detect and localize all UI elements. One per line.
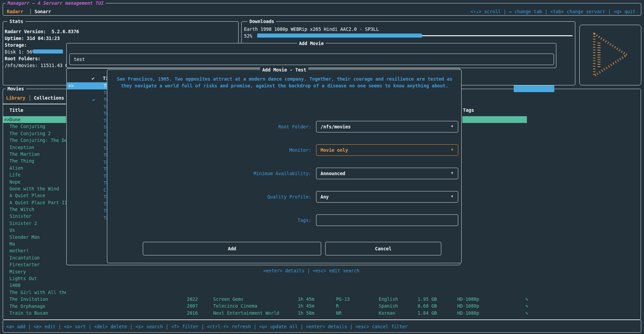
library-row[interactable]: Alien <box>3 165 66 171</box>
library-row[interactable]: A Quiet Place Part II <box>3 199 66 206</box>
cell-studio: Telecinco Cinema <box>213 302 257 309</box>
library-row[interactable]: Sinister <box>3 213 66 220</box>
library-row[interactable]: Firestarter <box>3 261 66 268</box>
library-row[interactable]: Sinister 2 <box>3 220 66 227</box>
dropdown-quality-profile[interactable]: Any▼ <box>316 191 458 203</box>
stats-panel-title: Stats <box>7 18 25 25</box>
cell-quality: HD-1080p <box>457 310 479 316</box>
cell-runtime: 1h 58m <box>298 310 314 316</box>
movie-overview: San Francisco, 1985. Two opposites attra… <box>112 76 457 89</box>
chevron-down-icon: ▼ <box>451 124 453 128</box>
selected-row-prefix: => <box>68 82 74 89</box>
results-check-header: ✔ <box>92 75 94 82</box>
dropdown-minimum-availability[interactable]: Announced▼ <box>316 168 458 179</box>
input-tags[interactable] <box>316 214 458 226</box>
library-row[interactable]: Nope <box>3 179 66 185</box>
app-title: Managarr – A Servarr management TUI <box>5 0 106 6</box>
library-row[interactable]: The Thing <box>3 158 66 164</box>
monitored-check-icon: ✔ <box>92 96 95 103</box>
dropdown-monitor[interactable]: Movie only▼ <box>316 144 458 156</box>
movie-details-popup: Add Movie - Test San Francisco, 1985. Tw… <box>107 69 462 263</box>
movie-title: The Conjuring <box>9 123 45 130</box>
movie-title: Alien <box>9 165 23 171</box>
dropdown-root-folder[interactable]: /nfs/movies▼ <box>316 121 458 132</box>
disk-usage-gauge <box>33 49 63 54</box>
selected-row-prefix: => <box>4 116 9 123</box>
library-row[interactable]: Us <box>3 227 66 233</box>
library-row[interactable]: The Witch <box>3 206 66 213</box>
cell-language: English <box>379 296 398 302</box>
tab-sonarr[interactable]: Sonarr <box>35 8 51 15</box>
movie-title: Slender Man <box>9 234 40 241</box>
tab-library[interactable]: Library <box>6 95 25 101</box>
movie-title: The Witch <box>9 206 34 213</box>
library-rows: =>DuneThe ConjuringThe Conjuring 2The Co… <box>3 116 66 319</box>
library-row[interactable]: The Girl with All the <box>3 289 66 296</box>
tab-collections[interactable]: Collections <box>34 95 64 101</box>
library-row[interactable]: Incantation <box>3 254 66 261</box>
movies-panel-title: Movies <box>5 85 26 92</box>
movie-title: Us <box>9 227 15 233</box>
cell-year: 2016 <box>187 310 198 316</box>
movie-title: Life <box>9 171 21 178</box>
cell-size: 0.68 GB <box>418 302 437 309</box>
movie-search-value: test <box>74 56 85 63</box>
library-row[interactable]: Life <box>3 171 66 178</box>
tag-icon: ✎ <box>526 302 528 309</box>
library-row[interactable]: mother! <box>3 247 66 254</box>
field-label-tags: Tags: <box>203 217 311 224</box>
library-row[interactable]: Misery <box>3 268 66 275</box>
cancel-button[interactable]: Cancel <box>325 242 441 255</box>
tab-separator: │ <box>29 8 32 15</box>
results-keybind-hints: <enter> details | <esc> edit search <box>66 267 556 274</box>
cell-studio: Screen Gems <box>213 296 243 302</box>
cell-year: 2022 <box>187 296 198 302</box>
library-row[interactable]: Inception <box>3 144 66 151</box>
stats-disk-usage: Disk 1: 56% <box>5 48 35 55</box>
field-label-monitor: Monitor: <box>203 147 311 153</box>
movie-title: Gone with the Wind <box>9 185 59 192</box>
add-button[interactable]: Add <box>143 242 321 255</box>
movie-title: The Conjuring: The De <box>9 137 66 144</box>
cell-size: 1.95 GB <box>418 296 437 302</box>
library-row[interactable]: =>Dune <box>3 116 66 123</box>
field-value: Announced <box>320 170 345 177</box>
library-row[interactable]: A Quiet Place <box>3 192 66 199</box>
library-row[interactable]: Slender Man <box>3 234 66 241</box>
movies-table-row[interactable]: 2016Next Entertainment World1h 58mNRKore… <box>0 310 644 316</box>
tab-radarr[interactable]: Radarr <box>7 8 23 15</box>
field-value: /nfs/movies <box>320 123 351 130</box>
cell-runtime: 1h 45m <box>298 296 314 302</box>
movie-title: Sinister <box>9 213 31 220</box>
library-row[interactable]: The Conjuring: The De <box>3 137 66 144</box>
field-label-quality-profile: Quality Profile: <box>203 193 311 200</box>
movies-tab-divider <box>3 104 66 104</box>
movie-title: Inception <box>9 144 34 151</box>
library-row[interactable]: Ma <box>3 241 66 247</box>
cell-language: Spanish <box>379 302 398 309</box>
column-header-tags: Tags <box>463 107 474 113</box>
movie-title: Lights Out <box>9 275 37 282</box>
library-row[interactable]: The Conjuring 2 <box>3 130 66 137</box>
movies-table-row[interactable]: 2007Telecinco Cinema1h 45mRSpanish0.68 G… <box>0 302 644 309</box>
cell-size: 1.84 GB <box>418 310 437 316</box>
overview-line-2: they navigate a world full of risks and … <box>112 82 457 89</box>
cell-rating: PG-13 <box>336 296 350 302</box>
movie-details-popup-title: Add Movie - Test <box>260 66 308 73</box>
library-row[interactable]: The Martian <box>3 151 66 158</box>
field-label-minimum-availability: Minimum Availability: <box>203 170 311 177</box>
cancel-button-label: Cancel <box>375 246 392 251</box>
field-value: Any <box>320 193 329 200</box>
library-row[interactable]: Lights Out <box>3 275 66 282</box>
cell-year: 2007 <box>187 302 198 309</box>
movie-title: The Martian <box>9 151 40 158</box>
library-row[interactable]: The Conjuring <box>3 123 66 130</box>
movie-title: Firestarter <box>9 261 40 268</box>
library-row[interactable]: 1408 <box>3 282 66 289</box>
movie-search-input[interactable]: test <box>69 54 554 65</box>
library-row[interactable]: Gone with the Wind <box>3 185 66 192</box>
add-movie-popup-title: Add Movie <box>297 40 326 47</box>
movies-table-row[interactable]: 2022Screen Gems1h 45mPG-13English1.95 GB… <box>0 296 644 302</box>
download-percent-label: 52% <box>244 33 252 39</box>
selected-row-tags-highlight <box>462 116 527 123</box>
